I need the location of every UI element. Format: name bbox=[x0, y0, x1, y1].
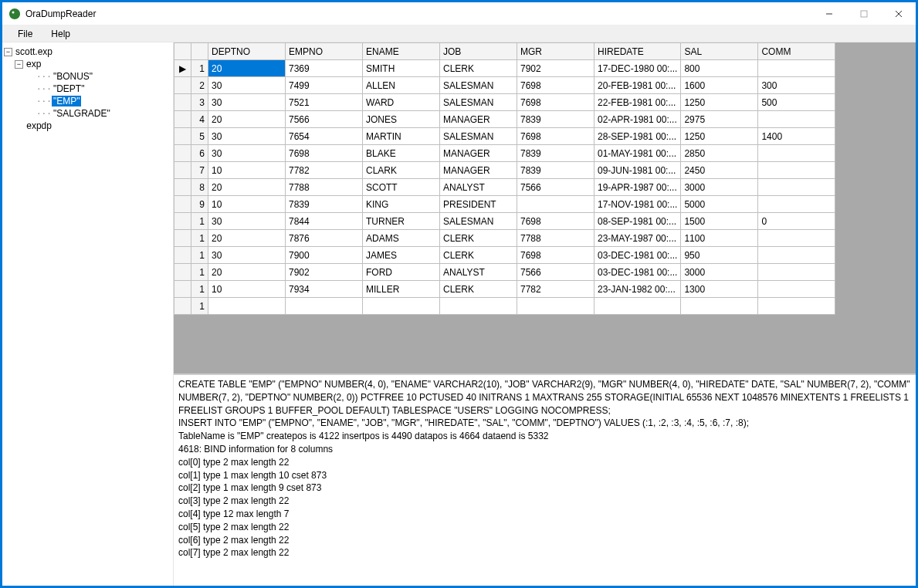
cell[interactable]: 08-SEP-1981 00:... bbox=[594, 213, 681, 230]
cell[interactable]: JAMES bbox=[363, 247, 440, 264]
cell[interactable]: 30 bbox=[208, 128, 286, 145]
cell[interactable]: 2850 bbox=[681, 145, 758, 162]
cell[interactable]: 20 bbox=[208, 264, 286, 281]
column-header[interactable]: SAL bbox=[681, 43, 758, 60]
tree-item[interactable]: ··· "BONUS" bbox=[4, 70, 171, 83]
data-grid[interactable]: DEPTNOEMPNOENAMEJOBMGRHIREDATESALCOMM▶12… bbox=[174, 42, 916, 374]
table-row[interactable]: 8207788SCOTTANALYST756619-APR-1987 00:..… bbox=[174, 179, 835, 196]
cell[interactable]: 7782 bbox=[517, 281, 594, 298]
cell[interactable]: 7839 bbox=[517, 145, 594, 162]
cell[interactable]: 7876 bbox=[286, 230, 363, 247]
cell[interactable]: CLERK bbox=[440, 230, 517, 247]
cell[interactable]: 3000 bbox=[681, 264, 758, 281]
cell[interactable]: CLERK bbox=[440, 60, 517, 77]
cell[interactable]: 7839 bbox=[517, 162, 594, 179]
table-row[interactable]: 7107782CLARKMANAGER783909-JUN-1981 00:..… bbox=[174, 162, 835, 179]
cell[interactable]: 7844 bbox=[286, 213, 363, 230]
cell[interactable]: CLARK bbox=[363, 162, 440, 179]
cell[interactable] bbox=[758, 111, 835, 128]
table-row[interactable]: 3307521WARDSALESMAN769822-FEB-1981 00:..… bbox=[174, 94, 835, 111]
cell[interactable] bbox=[363, 298, 440, 315]
cell[interactable]: WARD bbox=[363, 94, 440, 111]
cell[interactable]: 1250 bbox=[681, 94, 758, 111]
cell[interactable]: 1400 bbox=[758, 128, 835, 145]
tree-item[interactable]: ··· "DEPT" bbox=[4, 83, 171, 95]
cell[interactable] bbox=[758, 281, 835, 298]
cell[interactable]: 23-MAY-1987 00:... bbox=[594, 230, 681, 247]
cell[interactable]: 7698 bbox=[286, 145, 363, 162]
cell[interactable]: 30 bbox=[208, 94, 286, 111]
cell[interactable]: 5000 bbox=[681, 196, 758, 213]
cell[interactable]: 20 bbox=[208, 111, 286, 128]
cell[interactable]: 7788 bbox=[517, 230, 594, 247]
cell[interactable]: 30 bbox=[208, 77, 286, 94]
cell[interactable]: SCOTT bbox=[363, 179, 440, 196]
cell[interactable]: 800 bbox=[681, 60, 758, 77]
cell[interactable]: 20 bbox=[208, 60, 286, 77]
cell[interactable]: KING bbox=[363, 196, 440, 213]
cell[interactable]: 09-JUN-1981 00:... bbox=[594, 162, 681, 179]
minimize-button[interactable] bbox=[811, 2, 846, 25]
cell[interactable]: 0 bbox=[758, 213, 835, 230]
cell[interactable]: ANALYST bbox=[440, 179, 517, 196]
cell[interactable]: ADAMS bbox=[363, 230, 440, 247]
cell[interactable]: 20 bbox=[208, 230, 286, 247]
cell[interactable]: ANALYST bbox=[440, 264, 517, 281]
cell[interactable]: CLERK bbox=[440, 281, 517, 298]
cell[interactable]: 7698 bbox=[517, 128, 594, 145]
maximize-button[interactable] bbox=[846, 2, 881, 25]
cell[interactable]: 23-JAN-1982 00:... bbox=[594, 281, 681, 298]
cell[interactable] bbox=[758, 60, 835, 77]
cell[interactable]: 300 bbox=[758, 77, 835, 94]
cell[interactable]: SALESMAN bbox=[440, 94, 517, 111]
cell[interactable]: 10 bbox=[208, 281, 286, 298]
cell[interactable]: 7839 bbox=[517, 111, 594, 128]
cell[interactable]: MILLER bbox=[363, 281, 440, 298]
cell[interactable]: 7698 bbox=[517, 247, 594, 264]
column-header[interactable]: JOB bbox=[440, 43, 517, 60]
cell[interactable] bbox=[517, 298, 594, 315]
table-row[interactable]: ▶1207369SMITHCLERK790217-DEC-1980 00:...… bbox=[174, 60, 835, 77]
table-row-blank[interactable]: 1 bbox=[174, 298, 835, 315]
cell[interactable]: 2975 bbox=[681, 111, 758, 128]
table-row[interactable]: 1307900JAMESCLERK769803-DEC-1981 00:...9… bbox=[174, 247, 835, 264]
cell[interactable]: JONES bbox=[363, 111, 440, 128]
cell[interactable]: 7788 bbox=[286, 179, 363, 196]
cell[interactable]: 10 bbox=[208, 162, 286, 179]
cell[interactable]: TURNER bbox=[363, 213, 440, 230]
tree-item[interactable]: ··· "EMP" bbox=[4, 95, 171, 107]
cell[interactable]: MARTIN bbox=[363, 128, 440, 145]
collapse-icon[interactable]: − bbox=[15, 60, 23, 69]
column-header[interactable]: ENAME bbox=[363, 43, 440, 60]
cell[interactable]: ALLEN bbox=[363, 77, 440, 94]
cell[interactable]: 2450 bbox=[681, 162, 758, 179]
column-header[interactable]: COMM bbox=[758, 43, 835, 60]
cell[interactable]: BLAKE bbox=[363, 145, 440, 162]
cell[interactable]: 20 bbox=[208, 179, 286, 196]
close-button[interactable] bbox=[881, 2, 916, 25]
tree-node-expdp[interactable]: expdp bbox=[4, 120, 171, 132]
cell[interactable]: 03-DEC-1981 00:... bbox=[594, 247, 681, 264]
cell[interactable] bbox=[208, 298, 286, 315]
cell[interactable]: 19-APR-1987 00:... bbox=[594, 179, 681, 196]
cell[interactable]: 7902 bbox=[286, 264, 363, 281]
cell[interactable]: MANAGER bbox=[440, 111, 517, 128]
cell[interactable]: 01-MAY-1981 00:... bbox=[594, 145, 681, 162]
table-row[interactable]: 1107934MILLERCLERK778223-JAN-1982 00:...… bbox=[174, 281, 835, 298]
cell[interactable]: FORD bbox=[363, 264, 440, 281]
cell[interactable]: CLERK bbox=[440, 247, 517, 264]
table-row[interactable]: 2307499ALLENSALESMAN769820-FEB-1981 00:.… bbox=[174, 77, 835, 94]
cell[interactable]: 7566 bbox=[517, 264, 594, 281]
cell[interactable]: 7902 bbox=[517, 60, 594, 77]
cell[interactable]: 7654 bbox=[286, 128, 363, 145]
cell[interactable] bbox=[594, 298, 681, 315]
cell[interactable] bbox=[758, 230, 835, 247]
cell[interactable]: 7698 bbox=[517, 213, 594, 230]
cell[interactable]: 7521 bbox=[286, 94, 363, 111]
cell[interactable]: MANAGER bbox=[440, 145, 517, 162]
column-header[interactable]: HIREDATE bbox=[594, 43, 681, 60]
column-header[interactable]: DEPTNO bbox=[208, 43, 286, 60]
cell[interactable] bbox=[758, 247, 835, 264]
cell[interactable]: SALESMAN bbox=[440, 213, 517, 230]
cell[interactable]: SALESMAN bbox=[440, 77, 517, 94]
